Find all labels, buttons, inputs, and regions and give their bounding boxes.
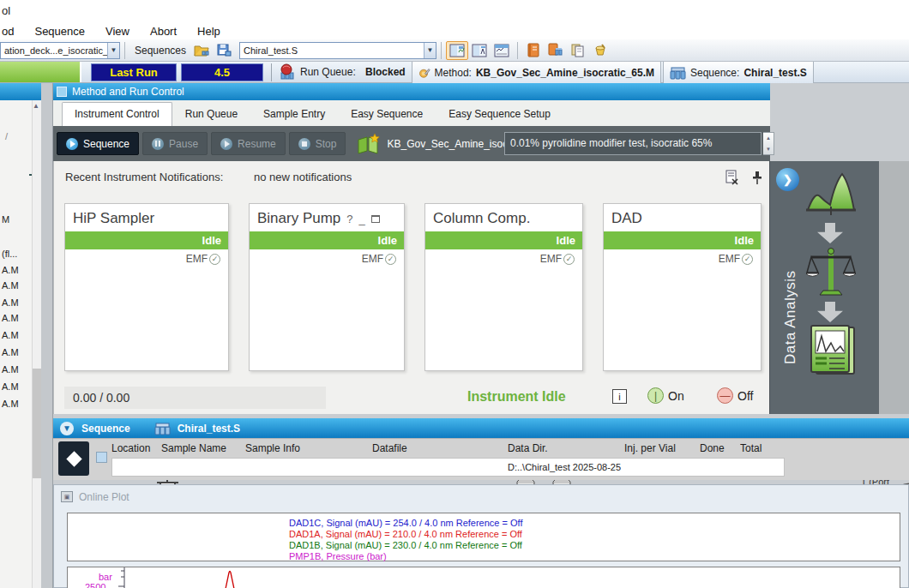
- cell-done[interactable]: [696, 458, 737, 477]
- tab-easy-sequence-setup[interactable]: Easy Sequence Setup: [436, 102, 563, 126]
- load-sequence-button[interactable]: [191, 41, 214, 60]
- tab-run-queue[interactable]: Run Queue: [172, 102, 250, 126]
- col-header-data-dir[interactable]: Data Dir.: [508, 442, 622, 454]
- instrument-off-button[interactable]: — Off: [717, 387, 753, 404]
- cell-sample-info[interactable]: [244, 458, 370, 477]
- card-dad: DAD Idle EMF ✓: [603, 203, 762, 371]
- tree-item[interactable]: A.M: [2, 381, 19, 392]
- plot-area: bar 2500: [67, 567, 900, 588]
- sequence-status-box[interactable]: Sequence: Chiral_test.S: [663, 62, 814, 83]
- resume-icon: [220, 138, 232, 150]
- chevron-down-icon[interactable]: ▼: [424, 43, 436, 58]
- collapse-sequence-icon[interactable]: ▼: [60, 422, 74, 435]
- col-header-inj-per-vial[interactable]: Inj. per Vial: [624, 442, 697, 454]
- tab-easy-sequence[interactable]: Easy Sequence: [338, 102, 436, 126]
- menu-abort[interactable]: Abort: [140, 25, 187, 38]
- logbook-button[interactable]: [522, 41, 545, 60]
- pin-notifications-button[interactable]: [748, 168, 767, 187]
- tree-item[interactable]: M: [2, 214, 9, 225]
- view-report-layout-button[interactable]: [491, 41, 513, 60]
- mortar-icon: [593, 43, 607, 57]
- sequence-row-button[interactable]: [58, 441, 89, 476]
- tree-item[interactable]: A.M: [2, 280, 19, 291]
- panel-splitter[interactable]: [41, 83, 53, 588]
- tree-item[interactable]: A.M: [2, 265, 19, 275]
- view-data-analysis-button[interactable]: [468, 41, 491, 60]
- scroll-up-icon[interactable]: ▲: [33, 102, 39, 110]
- chromatogram-peaks-icon[interactable]: [804, 165, 858, 219]
- col-header-sample-name[interactable]: Sample Name: [161, 442, 244, 454]
- copy-method-button[interactable]: [567, 41, 589, 60]
- tree-item[interactable]: A.M: [2, 297, 19, 308]
- col-header-done[interactable]: Done: [700, 442, 737, 454]
- menu-help[interactable]: Help: [187, 25, 231, 38]
- tree-item[interactable]: A.M: [2, 330, 19, 340]
- cell-location[interactable]: [111, 458, 160, 477]
- method-combo[interactable]: ation_deck...e_isocratic_65.M ▼: [0, 42, 120, 59]
- scales-icon[interactable]: [806, 247, 856, 300]
- legend-dad1a: DAD1A, Signal (mAU) = 210.0 / 4.0 nm Ref…: [289, 529, 522, 539]
- save-sequence-button[interactable]: [214, 41, 236, 60]
- pump-help-icon[interactable]: ?: [346, 213, 352, 225]
- pump-title: Binary Pump: [257, 210, 340, 227]
- col-header-location[interactable]: Location: [111, 442, 160, 454]
- card-binary-pump: Binary Pump ? _ Idle | On — Off EMF ✓ A2…: [249, 203, 405, 371]
- sample-info-button[interactable]: [545, 41, 567, 60]
- cell-total[interactable]: [736, 458, 785, 477]
- report-book-icon[interactable]: [808, 324, 858, 379]
- customize-button[interactable]: [589, 41, 611, 60]
- menu-method[interactable]: od: [0, 25, 24, 38]
- method-run-control-view-icon: [449, 44, 465, 57]
- col-header-total[interactable]: Total: [740, 442, 785, 454]
- method-status-box[interactable]: Method: KB_Gov_Sec_Amine_isocratic_65.M: [412, 62, 661, 83]
- tree-item[interactable]: A.M: [2, 399, 19, 409]
- start-sequence-button[interactable]: Sequence: [57, 132, 139, 155]
- online-plot-title: Online Plot: [79, 491, 129, 503]
- card-column-comp: Column Comp. Idle EMF ✓ Position 1 (Port…: [424, 203, 583, 371]
- row-checkbox[interactable]: [96, 452, 107, 463]
- sampler-emf-badge[interactable]: EMF ✓: [186, 253, 220, 265]
- column-title: Column Comp.: [425, 204, 582, 231]
- expand-panel-button[interactable]: ❯: [776, 168, 799, 191]
- comment-spinner[interactable]: ▲▼: [763, 132, 774, 155]
- dad-emf-badge[interactable]: EMF ✓: [719, 253, 753, 265]
- cell-data-dir[interactable]: D:..\Chiral_test 2025-08-25 1: [505, 458, 622, 477]
- tree-item[interactable]: A.M: [2, 347, 19, 357]
- sidebar-scrollbar[interactable]: [32, 100, 41, 588]
- online-plot-icon[interactable]: ▣: [61, 491, 73, 502]
- cell-sample-name[interactable]: [160, 458, 244, 477]
- col-header-datafile[interactable]: Datafile: [372, 442, 506, 454]
- clear-notifications-button[interactable]: [722, 168, 741, 187]
- run-queue-label[interactable]: Run Queue:: [300, 66, 356, 78]
- pause-button[interactable]: Pause: [142, 132, 208, 155]
- method-comment-input[interactable]: 0.01% pyrolidine modifier test, isocrati…: [504, 132, 762, 155]
- info-button[interactable]: i: [612, 389, 627, 404]
- pump-minimize-icon[interactable]: _: [359, 213, 365, 225]
- tab-sample-entry[interactable]: Sample Entry: [250, 102, 338, 126]
- menu-sequence[interactable]: Sequence: [24, 25, 95, 38]
- menu-view[interactable]: View: [95, 25, 140, 38]
- tree-item[interactable]: A.M: [2, 313, 19, 323]
- sidebar-scroll-thumb[interactable]: [33, 369, 41, 478]
- report-view-icon: [494, 44, 509, 57]
- resume-button[interactable]: Resume: [211, 132, 286, 155]
- emf-label: EMF: [362, 253, 383, 265]
- tab-instrument-control[interactable]: Instrument Control: [62, 102, 172, 126]
- cell-datafile[interactable]: [370, 458, 506, 477]
- cell-inj-per-vial[interactable]: [621, 458, 697, 477]
- pump-maximize-icon[interactable]: [371, 215, 380, 223]
- stop-button[interactable]: Stop: [289, 132, 346, 155]
- sequence-combo[interactable]: Chiral_test.S ▼: [239, 42, 436, 59]
- emf-label: EMF: [540, 253, 562, 265]
- column-emf-badge[interactable]: EMF ✓: [540, 253, 575, 265]
- last-run-value-box: 4.5: [181, 63, 263, 81]
- tree-item[interactable]: A.M: [2, 364, 19, 375]
- run-queue-status[interactable]: Blocked: [365, 66, 406, 78]
- view-method-run-control-button[interactable]: [446, 41, 468, 60]
- tree-item[interactable]: (fl...: [2, 249, 17, 259]
- col-header-sample-info[interactable]: Sample Info: [245, 442, 370, 454]
- stop-label: Stop: [316, 138, 337, 150]
- instrument-on-button[interactable]: | On: [647, 387, 684, 404]
- chevron-down-icon[interactable]: ▼: [107, 43, 119, 58]
- pump-emf-badge[interactable]: EMF ✓: [362, 253, 396, 265]
